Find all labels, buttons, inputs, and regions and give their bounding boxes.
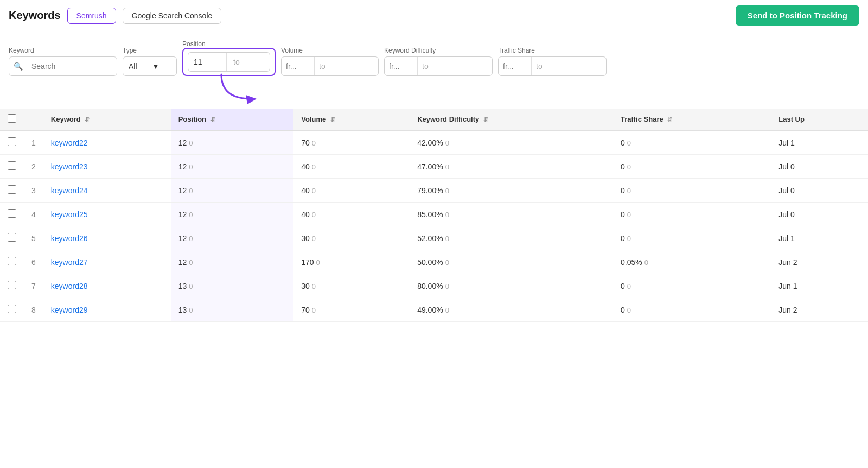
row-position: 120 bbox=[171, 250, 293, 274]
page-title: Keywords bbox=[9, 9, 61, 22]
keyword-link[interactable]: keyword27 bbox=[51, 258, 88, 267]
kd-filter-group: Keyword Difficulty to bbox=[384, 47, 493, 76]
row-traffic: 00 bbox=[613, 130, 771, 155]
row-position: 120 bbox=[171, 226, 293, 250]
row-last-update: Jun 1 bbox=[771, 274, 868, 298]
col-header-position[interactable]: Position ⇵ bbox=[171, 109, 293, 130]
select-all-checkbox[interactable] bbox=[8, 114, 16, 123]
row-checkbox-cell bbox=[0, 155, 24, 179]
row-keyword: keyword29 bbox=[43, 298, 171, 322]
kd-delta: 0 bbox=[445, 163, 449, 171]
table-row: 8 keyword29 130 700 49.00%0 00 Jun 2 bbox=[0, 298, 868, 322]
traffic-filter-label: Traffic Share bbox=[498, 47, 607, 54]
keyword-link[interactable]: keyword29 bbox=[51, 306, 88, 314]
row-checkbox[interactable] bbox=[8, 281, 16, 289]
row-position: 130 bbox=[171, 274, 293, 298]
col-header-volume[interactable]: Volume ⇵ bbox=[293, 109, 410, 130]
col-header-kd[interactable]: Keyword Difficulty ⇵ bbox=[410, 109, 613, 130]
row-traffic: 00 bbox=[613, 298, 771, 322]
send-to-position-tracking-button[interactable]: Send to Position Tracking bbox=[736, 5, 859, 26]
position-filter-inner: to bbox=[188, 52, 270, 72]
row-volume: 300 bbox=[293, 274, 410, 298]
traffic-filter-group: Traffic Share to bbox=[498, 47, 607, 76]
row-traffic: 00 bbox=[613, 274, 771, 298]
position-to-label: to bbox=[226, 53, 270, 71]
row-keyword: keyword25 bbox=[43, 203, 171, 226]
traffic-delta: 0 bbox=[627, 139, 631, 147]
type-dropdown[interactable]: All ▼ bbox=[123, 56, 177, 76]
row-checkbox[interactable] bbox=[8, 233, 16, 242]
position-delta: 0 bbox=[189, 139, 193, 147]
volume-filter-group: Volume to bbox=[281, 47, 379, 76]
row-kd: 79.00%0 bbox=[410, 179, 613, 203]
kd-delta: 0 bbox=[445, 235, 449, 243]
kd-delta: 0 bbox=[445, 258, 449, 267]
volume-from-input[interactable] bbox=[282, 62, 314, 71]
position-delta: 0 bbox=[189, 235, 193, 243]
row-keyword: keyword26 bbox=[43, 226, 171, 250]
tab-semrush[interactable]: Semrush bbox=[67, 8, 116, 24]
tab-google-search-console[interactable]: Google Search Console bbox=[123, 8, 222, 24]
row-traffic: 00 bbox=[613, 203, 771, 226]
traffic-from-input[interactable] bbox=[499, 62, 531, 71]
traffic-delta: 0 bbox=[627, 187, 631, 195]
row-position: 120 bbox=[171, 155, 293, 179]
kd-filter-input-wrap: to bbox=[384, 56, 493, 76]
col-header-traffic[interactable]: Traffic Share ⇵ bbox=[613, 109, 771, 130]
table-body: 1 keyword22 120 700 42.00%0 00 Jul 1 2 bbox=[0, 130, 868, 322]
table-row: 1 keyword22 120 700 42.00%0 00 Jul 1 bbox=[0, 130, 868, 155]
volume-delta: 0 bbox=[312, 163, 316, 171]
row-checkbox[interactable] bbox=[8, 209, 16, 218]
row-volume: 700 bbox=[293, 130, 410, 155]
row-keyword: keyword24 bbox=[43, 179, 171, 203]
row-traffic: 0.05%0 bbox=[613, 250, 771, 274]
traffic-delta: 0 bbox=[627, 306, 631, 314]
row-checkbox[interactable] bbox=[8, 257, 16, 265]
keyword-link[interactable]: keyword24 bbox=[51, 186, 88, 195]
kd-delta: 0 bbox=[445, 187, 449, 195]
traffic-filter-input-wrap: to bbox=[498, 56, 607, 76]
keyword-search-input[interactable] bbox=[27, 62, 108, 71]
volume-delta: 0 bbox=[312, 211, 316, 219]
row-checkbox[interactable] bbox=[8, 305, 16, 313]
volume-delta: 0 bbox=[312, 282, 316, 290]
table-row: 2 keyword23 120 400 47.00%0 00 Jul 0 bbox=[0, 155, 868, 179]
row-number: 8 bbox=[24, 298, 43, 322]
row-keyword: keyword28 bbox=[43, 274, 171, 298]
keyword-link[interactable]: keyword25 bbox=[51, 210, 88, 219]
search-icon: 🔍 bbox=[9, 62, 27, 71]
row-kd: 80.00%0 bbox=[410, 274, 613, 298]
position-from-input[interactable] bbox=[188, 58, 226, 66]
row-keyword: keyword22 bbox=[43, 130, 171, 155]
volume-delta: 0 bbox=[316, 258, 320, 267]
kd-from-input[interactable] bbox=[385, 62, 417, 71]
col-header-last-update: Last Up bbox=[771, 109, 868, 130]
row-keyword: keyword23 bbox=[43, 155, 171, 179]
row-checkbox[interactable] bbox=[8, 161, 16, 170]
position-filter-label: Position bbox=[182, 40, 206, 48]
table-row: 3 keyword24 120 400 79.00%0 00 Jul 0 bbox=[0, 179, 868, 203]
col-header-keyword[interactable]: Keyword ⇵ bbox=[43, 109, 171, 130]
row-number: 4 bbox=[24, 203, 43, 226]
row-volume: 400 bbox=[293, 203, 410, 226]
volume-sort-icon: ⇵ bbox=[330, 116, 335, 123]
row-keyword: keyword27 bbox=[43, 250, 171, 274]
row-checkbox[interactable] bbox=[8, 137, 16, 146]
row-checkbox[interactable] bbox=[8, 185, 16, 194]
volume-delta: 0 bbox=[312, 139, 316, 147]
row-kd: 49.00%0 bbox=[410, 298, 613, 322]
row-last-update: Jul 0 bbox=[771, 155, 868, 179]
col-header-num bbox=[24, 109, 43, 130]
keyword-link[interactable]: keyword22 bbox=[51, 138, 88, 147]
row-kd: 52.00%0 bbox=[410, 226, 613, 250]
kd-delta: 0 bbox=[445, 306, 449, 314]
table-row: 4 keyword25 120 400 85.00%0 00 Jul 0 bbox=[0, 203, 868, 226]
position-filter-highlight-box: to bbox=[182, 48, 276, 76]
keyword-link[interactable]: keyword26 bbox=[51, 234, 88, 243]
keyword-sort-icon: ⇵ bbox=[85, 116, 90, 123]
traffic-delta: 0 bbox=[627, 211, 631, 219]
volume-filter-input-wrap: to bbox=[281, 56, 379, 76]
keyword-link[interactable]: keyword28 bbox=[51, 282, 88, 290]
keyword-link[interactable]: keyword23 bbox=[51, 162, 88, 171]
row-checkbox-cell bbox=[0, 274, 24, 298]
